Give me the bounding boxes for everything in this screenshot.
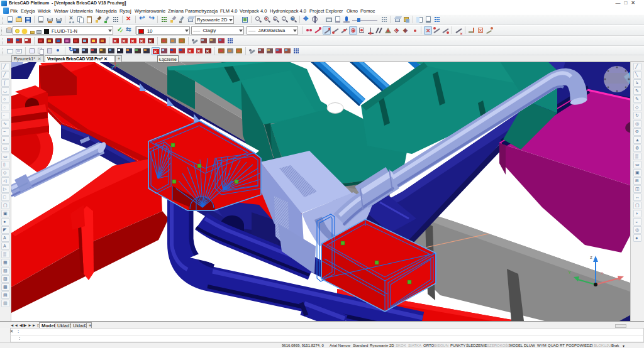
svg-text:Y: Y — [568, 269, 572, 275]
svg-text:z: z — [590, 254, 592, 260]
svg-text:x: x — [601, 270, 603, 276]
